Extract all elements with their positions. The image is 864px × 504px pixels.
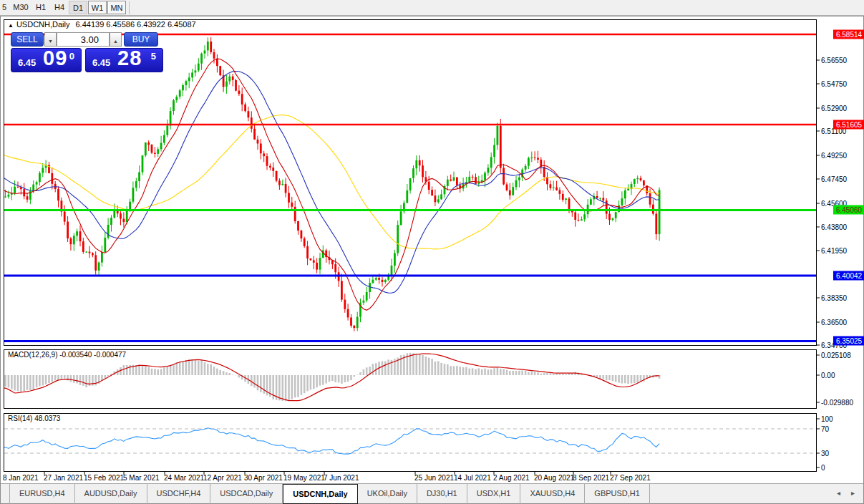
chart-tab[interactable]: AUDUSD,Daily — [75, 484, 147, 504]
chart-tab[interactable]: GBPUSD,H1 — [585, 484, 650, 504]
price-level-badge: 6.45060 — [833, 205, 864, 215]
buy-price-box[interactable]: 6.45 28 5 — [85, 48, 163, 72]
timeframe-button[interactable]: M30 — [10, 1, 31, 14]
rsi-indicator-label: RSI(14) 48.0373 — [8, 415, 60, 422]
chart-tab[interactable]: USDCAD,Daily — [210, 484, 283, 504]
volume-decrease-button[interactable]: ▼ — [44, 32, 57, 47]
toolbar-separator — [129, 1, 130, 14]
date-label: 25 Jun 2021 — [414, 474, 454, 482]
buy-price-pips: 28 — [117, 47, 142, 70]
price-level-badge: 6.35025 — [833, 336, 864, 346]
mt-terminal-window: 5M30H1H4D1W1MN ▲USDCNH,Daily6.44139 6.45… — [0, 0, 864, 504]
chart-tabs: EURUSD,H4AUDUSD,DailyUSDCHF,H4USDCAD,Dai… — [9, 484, 650, 504]
date-label: 14 Jul 2021 — [454, 474, 491, 482]
macd-tick-label: 0.00 — [821, 372, 835, 379]
date-label: 15 Feb 2021 — [84, 474, 124, 482]
price-tick-label: 6.45600 — [821, 200, 847, 208]
price-tick-label: 6.38350 — [821, 294, 847, 302]
sell-price-box[interactable]: 6.45 09 0 — [11, 48, 82, 72]
date-label: 27 Sep 2021 — [610, 474, 651, 482]
sell-price-pips: 09 — [43, 47, 67, 70]
tab-scroll-right-icon[interactable]: ▸ — [851, 489, 855, 497]
date-label: 2 Aug 2021 — [493, 474, 530, 482]
date-label: 24 Mar 2021 — [164, 474, 204, 482]
chart-title: ▲USDCNH,Daily6.44139 6.45586 6.43922 6.4… — [8, 20, 196, 29]
chart-tab[interactable]: USDCNH,Daily — [283, 484, 357, 504]
date-label: 27 Jan 2021 — [44, 474, 83, 482]
macd-indicator-label: MACD(12,26,9) -0.003540 -0.000477 — [8, 351, 126, 359]
price-tick-label: 6.34700 — [821, 341, 847, 349]
tab-scroll-left-icon[interactable]: ◂ — [837, 489, 840, 497]
price-tick-label: 6.54750 — [821, 80, 847, 88]
volume-input[interactable] — [57, 32, 110, 47]
price-tick-label: 6.36500 — [821, 319, 847, 326]
rsi-tick-label: 70 — [821, 425, 829, 433]
price-level-badge: 6.51605 — [833, 120, 864, 130]
chart-tab-bar: EURUSD,H4AUDUSD,DailyUSDCHF,H4USDCAD,Dai… — [1, 483, 863, 503]
buy-button[interactable]: BUY — [124, 32, 158, 47]
chart-tab[interactable]: EURUSD,H4 — [9, 484, 75, 504]
date-label: 20 Aug 2021 — [534, 474, 574, 482]
chart-tab[interactable]: XAUUSD,H4 — [520, 484, 585, 504]
sell-button[interactable]: SELL — [11, 32, 44, 47]
price-tick-label: 6.52900 — [821, 105, 847, 112]
chart-tab[interactable]: USDX,H1 — [467, 484, 521, 504]
date-label: 8 Jan 2021 — [3, 474, 39, 482]
timeframe-button[interactable]: D1 — [69, 1, 87, 14]
timeframe-button[interactable]: MN — [107, 1, 126, 14]
price-level-badge: 6.58514 — [833, 30, 864, 39]
timeframe-button[interactable]: H4 — [50, 1, 69, 14]
date-label: 5 Mar 2021 — [123, 474, 160, 482]
buy-price-point: 5 — [151, 51, 156, 62]
price-level-badge: 6.40042 — [833, 271, 864, 281]
price-tick-label: 6.47450 — [821, 175, 847, 183]
date-label: 19 May 2021 — [283, 474, 325, 482]
spinner-up-icon: ▲ — [113, 39, 118, 44]
macd-tick-label: 0.025108 — [821, 352, 851, 359]
rsi-tick-label: 0 — [821, 464, 825, 472]
chart-workspace: ▲USDCNH,Daily6.44139 6.45586 6.43922 6.4… — [0, 16, 864, 504]
rsi-tick-label: 100 — [821, 415, 833, 423]
sell-price-point: 0 — [69, 51, 74, 62]
date-label: 30 Apr 2021 — [244, 474, 283, 482]
price-tick-label: 6.56550 — [821, 57, 847, 64]
rsi-tick-label: 30 — [821, 450, 829, 457]
chart-tab[interactable]: DJ30,H1 — [417, 484, 467, 504]
chart-tab[interactable]: USDCHF,H4 — [147, 484, 211, 504]
chart-symbol-label: USDCNH,Daily — [16, 20, 70, 29]
price-tick-label: 6.41950 — [821, 247, 847, 255]
price-tick-label: 6.49250 — [821, 152, 847, 160]
timeframe-button[interactable]: 5 — [0, 1, 9, 14]
date-label: 12 Apr 2021 — [203, 474, 242, 482]
chart-tab[interactable]: UKOil,Daily — [358, 484, 417, 504]
spinner-down-icon: ▼ — [48, 39, 53, 44]
buy-price-handle: 6.45 — [92, 57, 110, 68]
timeframe-button[interactable]: H1 — [31, 1, 50, 14]
sell-price-handle: 6.45 — [18, 57, 36, 68]
date-label: 7 Jun 2021 — [324, 474, 359, 482]
timeframe-button[interactable]: W1 — [88, 1, 107, 14]
chart-ohlc-quotes: 6.44139 6.45586 6.43922 6.45087 — [75, 20, 195, 29]
timeframe-toolbar: 5M30H1H4D1W1MN — [0, 0, 864, 16]
price-tick-label: 6.43800 — [821, 223, 847, 231]
macd-tick-label: -0.029880 — [821, 399, 853, 407]
rsi-panel[interactable] — [4, 413, 817, 472]
collapse-arrow-icon[interactable]: ▲ — [8, 22, 14, 29]
volume-increase-button[interactable]: ▲ — [110, 32, 122, 47]
price-tick-label: 6.51100 — [821, 127, 846, 135]
date-label: 8 Sep 2021 — [573, 474, 609, 482]
